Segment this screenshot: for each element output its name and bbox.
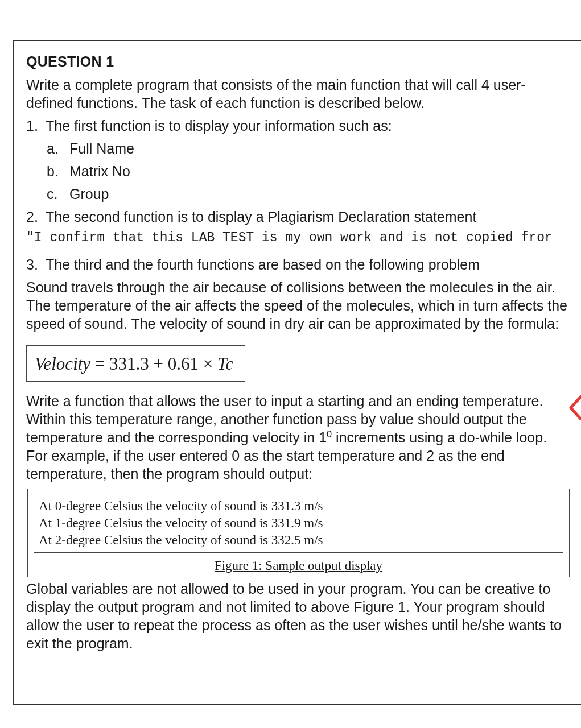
formula-eq: = — [90, 354, 109, 374]
list-item-3: 3. The third and the fourth functions ar… — [26, 255, 571, 274]
intro-paragraph: Write a complete program that consists o… — [26, 76, 571, 112]
sample-output-inner: At 0-degree Celsius the velocity of soun… — [34, 494, 563, 553]
closing-paragraph: Global variables are not allowed to be u… — [26, 580, 571, 652]
list-number: 2. — [26, 208, 46, 226]
list-text: The third and the fourth functions are b… — [46, 255, 571, 274]
list-item-2: 2. The second function is to display a P… — [26, 208, 571, 226]
chevron-left-icon[interactable] — [567, 395, 581, 420]
degree-superscript: 0 — [327, 429, 332, 439]
problem-paragraph: Sound travels through the air because of… — [26, 278, 571, 333]
list-item-1: 1. The first function is to display your… — [26, 117, 571, 135]
output-line: At 1-degree Celsius the velocity of soun… — [39, 515, 558, 532]
sublist-letter: a. — [47, 139, 69, 158]
output-line: At 0-degree Celsius the velocity of soun… — [39, 498, 558, 515]
list-number: 3. — [26, 255, 46, 274]
formula-box: Velocity = 331.3 + 0.61 × Tc — [26, 345, 245, 382]
sublist-letter: c. — [47, 185, 69, 203]
sublist-text: Matrix No — [69, 162, 571, 180]
sublist-letter: b. — [47, 162, 69, 180]
list-number: 1. — [26, 117, 46, 135]
question-title: QUESTION 1 — [26, 53, 571, 70]
sublist-text: Full Name — [69, 139, 571, 158]
question-container: QUESTION 1 Write a complete program that… — [13, 40, 581, 705]
sample-output-frame: At 0-degree Celsius the velocity of soun… — [27, 489, 570, 577]
list-text: The second function is to display a Plag… — [46, 208, 571, 226]
sublist-text: Group — [69, 185, 571, 203]
formula-rhs-var: Tc — [217, 354, 233, 374]
figure-caption: Figure 1: Sample output display — [215, 559, 382, 573]
formula-lhs: Velocity — [35, 354, 90, 374]
formula: Velocity = 331.3 + 0.61 × Tc — [35, 354, 233, 374]
plagiarism-code-line: "I confirm that this LAB TEST is my own … — [26, 230, 571, 245]
sublist-item-c: c. Group — [26, 185, 571, 203]
list-text: The first function is to display your in… — [46, 117, 571, 135]
sublist-item-b: b. Matrix No — [26, 162, 571, 180]
output-line: At 2-degree Celsius the velocity of soun… — [39, 532, 558, 549]
figure-caption-row: Figure 1: Sample output display — [28, 559, 569, 573]
sublist-item-a: a. Full Name — [26, 139, 571, 158]
task-paragraph: Write a function that allows the user to… — [26, 392, 571, 483]
formula-rhs-const: 331.3 + 0.61 × — [109, 354, 217, 374]
